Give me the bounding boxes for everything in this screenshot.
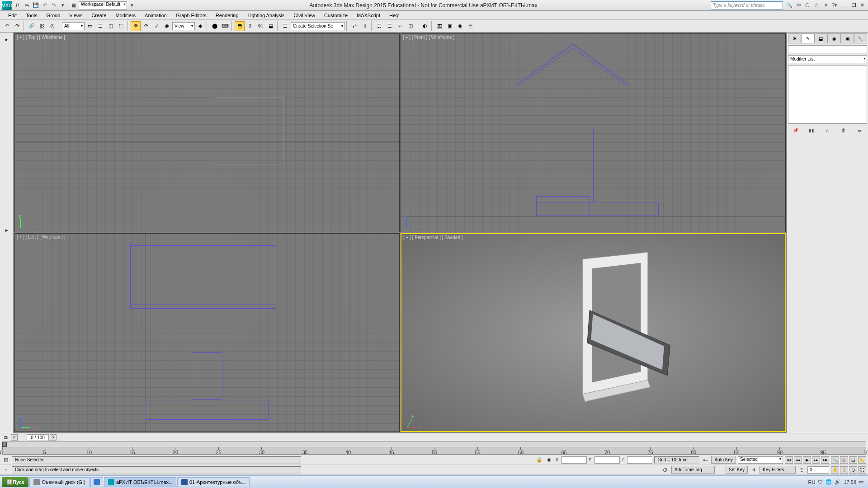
walk-icon[interactable]: 🚶 bbox=[840, 466, 848, 474]
rendered-frame-button[interactable]: ▣ bbox=[445, 21, 455, 31]
goto-end-icon[interactable]: ⏭ bbox=[821, 456, 829, 464]
coord-x-input[interactable] bbox=[561, 456, 587, 464]
tab-create[interactable]: ✱ bbox=[788, 33, 801, 43]
task-3dsmax[interactable]: аРХИТ ОБЪЕКТЫ.max... bbox=[104, 477, 176, 487]
zoom-icon[interactable]: 🔍 bbox=[831, 456, 839, 464]
prev-frame-button[interactable]: < bbox=[11, 434, 18, 441]
menu-edit[interactable]: Edit bbox=[4, 12, 21, 19]
viewport-front[interactable]: [ + ] [ Front ] [ Wireframe ] bbox=[401, 33, 786, 232]
tray-clock[interactable]: 17:58 bbox=[844, 479, 856, 485]
minimize-button[interactable]: ― bbox=[842, 2, 850, 9]
named-selection-dropdown[interactable]: Create Selection Se bbox=[291, 22, 345, 30]
time-slider-handle[interactable] bbox=[2, 442, 7, 447]
menu-rendering[interactable]: Rendering bbox=[211, 12, 243, 19]
mirror-button[interactable]: ⇄ bbox=[349, 21, 359, 31]
select-name-button[interactable]: ☰ bbox=[95, 21, 105, 31]
tab-hierarchy[interactable]: ⬓ bbox=[814, 33, 827, 43]
tab-modify[interactable]: ✎ bbox=[801, 33, 814, 43]
spinner-snap-button[interactable]: ⬓ bbox=[266, 21, 276, 31]
remove-modifier-icon[interactable]: 🗑 bbox=[840, 127, 848, 134]
configure-sets-icon[interactable]: ☰ bbox=[855, 127, 863, 134]
isolate-icon[interactable]: ◉ bbox=[545, 456, 553, 464]
pan-icon[interactable]: ✋ bbox=[831, 466, 839, 474]
undo-icon[interactable]: ↶ bbox=[41, 1, 49, 9]
window-crossing-button[interactable]: ⬚ bbox=[116, 21, 126, 31]
fov-icon[interactable]: 📐 bbox=[858, 456, 866, 464]
use-pivot-button[interactable]: ◆ bbox=[195, 21, 205, 31]
script-listener-icon[interactable]: ▤ bbox=[2, 456, 10, 464]
unlink-button[interactable]: ⛓ bbox=[37, 21, 47, 31]
new-icon[interactable]: 🗋 bbox=[14, 1, 22, 9]
pin-stack-icon[interactable]: 📌 bbox=[792, 127, 800, 134]
favorites-icon[interactable]: ☆ bbox=[813, 2, 820, 9]
select-scale-button[interactable]: ⤢ bbox=[151, 21, 161, 31]
time-tag-icon[interactable]: ⏱ bbox=[661, 466, 670, 474]
workspace-more-icon[interactable]: ▾ bbox=[128, 1, 136, 9]
modifier-list-dropdown[interactable]: Modifier List bbox=[788, 55, 867, 63]
key-mode-toggle-icon[interactable]: ↯ bbox=[750, 466, 758, 474]
search-input[interactable]: Type a keyword or phrase bbox=[711, 1, 783, 9]
render-setup-button[interactable]: 🖼 bbox=[434, 21, 444, 31]
workspace-grid-icon[interactable]: ▦ bbox=[70, 1, 78, 9]
prev-frame-icon[interactable]: ◂◂ bbox=[794, 456, 802, 464]
link-icon[interactable]: ▾ bbox=[59, 1, 67, 9]
subscription-icon[interactable]: ⬡ bbox=[804, 2, 811, 9]
select-region-button[interactable]: ◫ bbox=[106, 21, 116, 31]
ref-coord-dropdown[interactable]: View bbox=[172, 22, 195, 30]
edit-selection-button[interactable]: ☱ bbox=[280, 21, 290, 31]
task-removable-disk[interactable]: Съемный диск (G:) bbox=[29, 477, 90, 487]
add-time-tag-button[interactable]: Add Time Tag bbox=[671, 466, 715, 474]
manipulate-button[interactable]: ⬤ bbox=[210, 21, 220, 31]
render-production-button[interactable]: ◉ bbox=[455, 21, 465, 31]
menu-views[interactable]: Views bbox=[65, 12, 87, 19]
viewport-perspective[interactable]: [ + ] [ Perspective ] [ Shaded ] bbox=[401, 233, 786, 432]
zoom-all-icon[interactable]: ⊞ bbox=[840, 456, 848, 464]
binoculars-icon[interactable]: 🔍 bbox=[786, 2, 793, 9]
tray-desktop-icon[interactable]: ▭ bbox=[859, 479, 863, 485]
material-editor-button[interactable]: ◐ bbox=[420, 21, 430, 31]
render-iterative-button[interactable]: ☕ bbox=[466, 21, 476, 31]
menu-group[interactable]: Group bbox=[42, 12, 65, 19]
object-name-input[interactable] bbox=[788, 45, 867, 53]
tab-motion[interactable]: ◉ bbox=[828, 33, 841, 43]
menu-tools[interactable]: Tools bbox=[21, 12, 42, 19]
layer-manager-button[interactable]: ☷ bbox=[374, 21, 384, 31]
maxscript-icon[interactable]: ≡ bbox=[2, 466, 10, 474]
max-toggle-icon[interactable]: ⛶ bbox=[858, 466, 866, 474]
select-rotate-button[interactable]: ⟳ bbox=[141, 21, 151, 31]
percent-snap-button[interactable]: % bbox=[255, 21, 265, 31]
start-button[interactable]: 🪟 Пуск bbox=[2, 477, 28, 487]
align-button[interactable]: ⫴ bbox=[360, 21, 370, 31]
menu-graph-editors[interactable]: Graph Editors bbox=[171, 12, 211, 19]
tray-lang[interactable]: RU bbox=[808, 479, 816, 485]
maximize-viewport-icon[interactable]: ▸ bbox=[2, 34, 12, 44]
goto-start-icon[interactable]: ⏮ bbox=[785, 456, 793, 464]
current-frame-input[interactable] bbox=[807, 466, 829, 474]
snap-toggle-button[interactable]: ⬒ bbox=[235, 21, 245, 31]
show-end-result-icon[interactable]: ▮▮ bbox=[807, 127, 816, 134]
time-config-icon[interactable]: ⏲ bbox=[797, 466, 806, 474]
selection-filter-dropdown[interactable]: All bbox=[62, 22, 85, 30]
viewport-label[interactable]: [ + ] [ Top ] [ Wireframe ] bbox=[17, 35, 65, 40]
next-frame-button[interactable]: > bbox=[50, 434, 57, 441]
play-icon[interactable]: ▶ bbox=[803, 456, 811, 464]
menu-lighting-analysis[interactable]: Lighting Analysis bbox=[243, 12, 289, 19]
expand-icon[interactable]: ▸ bbox=[2, 225, 12, 235]
modifier-stack-list[interactable] bbox=[788, 65, 867, 124]
redo-button[interactable]: ↷ bbox=[12, 21, 22, 31]
time-slider-track[interactable] bbox=[2, 442, 866, 447]
maximize-button[interactable]: ❐ bbox=[850, 2, 858, 9]
coord-z-input[interactable] bbox=[627, 456, 652, 464]
zoom-extents-icon[interactable]: ◱ bbox=[849, 456, 857, 464]
menu-civil-view[interactable]: Civil View bbox=[289, 12, 320, 19]
set-key-button[interactable]: Set Key bbox=[726, 466, 748, 474]
tab-utilities[interactable]: 🔧 bbox=[854, 33, 867, 43]
redo-icon[interactable]: ↷ bbox=[50, 1, 58, 9]
schematic-view-button[interactable]: ◫ bbox=[406, 21, 415, 31]
key-mode-dropdown[interactable]: Selected bbox=[738, 456, 783, 464]
menu-modifiers[interactable]: Modifiers bbox=[111, 12, 140, 19]
save-icon[interactable]: 💾 bbox=[32, 1, 40, 9]
viewport-label[interactable]: [ + ] [ Left ] [ Wireframe ] bbox=[17, 235, 66, 239]
workspace-selector[interactable]: ▦ Workspace: Default ▾ bbox=[70, 1, 136, 9]
viewport-label[interactable]: [ + ] [ Perspective ] [ Shaded ] bbox=[403, 235, 462, 240]
